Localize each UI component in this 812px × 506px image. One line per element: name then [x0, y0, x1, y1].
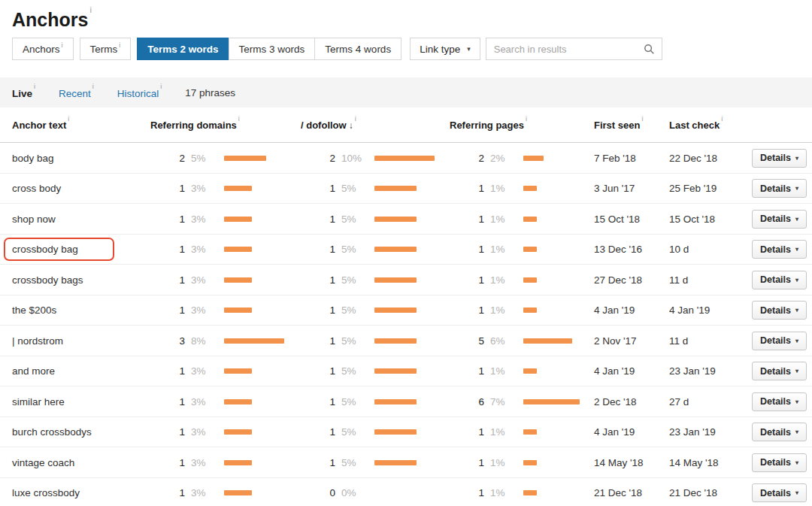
referring-domains-percent: 3%: [191, 183, 218, 194]
chevron-down-icon: ▾: [795, 246, 798, 253]
anchor-cell: the $200s: [0, 305, 138, 316]
details-label: Details: [760, 305, 791, 316]
details-button[interactable]: Details▾: [752, 453, 807, 472]
tab-terms[interactable]: Termsi: [80, 38, 132, 60]
percent-bar: [523, 156, 544, 161]
mode-historical[interactable]: Historicali: [117, 86, 162, 99]
percent-bar: [224, 156, 266, 161]
column-header-anchor-text[interactable]: Anchor texti: [0, 119, 138, 131]
search-icon[interactable]: [638, 38, 662, 59]
referring-pages-count: 1: [450, 244, 484, 255]
referring-domains-cell: 13%: [138, 183, 289, 194]
info-icon: i: [238, 115, 240, 123]
dofollow-percent: 5%: [341, 274, 368, 286]
percent-bar: [523, 277, 537, 283]
anchor-cell: crossbody bag: [0, 238, 138, 261]
column-header-referring-domains[interactable]: Referring domainsi: [138, 119, 289, 131]
last-check-value: 22 Dec '18: [657, 153, 740, 164]
details-button[interactable]: Details▾: [752, 179, 807, 198]
referring-pages-percent: 2%: [490, 153, 517, 164]
dofollow-cell: 15%: [289, 274, 438, 286]
dofollow-percent: 5%: [341, 214, 368, 225]
first-seen-value: 3 Jun '17: [582, 183, 657, 194]
search-input[interactable]: [486, 38, 638, 59]
percent-bar: [374, 399, 417, 404]
referring-pages-count: 5: [450, 335, 484, 347]
referring-domains-count: 1: [150, 214, 185, 225]
percent-bar: [374, 338, 417, 344]
anchor-text: and more: [12, 365, 55, 377]
tab-label: Terms 4 words: [325, 44, 391, 55]
column-header-dofollow[interactable]: / dofollow↓i: [289, 119, 438, 131]
details-label: Details: [760, 335, 791, 346]
report-toolbar: AnchorsiTermsiTerms 2 wordsTerms 3 words…: [12, 38, 800, 60]
first-seen-value: 4 Jan '19: [582, 426, 657, 438]
anchor-cell: similar here: [0, 396, 138, 408]
anchor-text: burch crossbodys: [12, 426, 92, 438]
dofollow-count: 1: [301, 183, 335, 194]
column-header-referring-pages[interactable]: Referring pagesi: [438, 119, 582, 131]
dofollow-cell: 210%: [289, 153, 438, 164]
dofollow-count: 1: [301, 335, 335, 347]
details-button[interactable]: Details▾: [752, 392, 807, 411]
dofollow-percent: 5%: [341, 335, 368, 347]
last-check-value: 11 d: [657, 335, 740, 347]
chevron-down-icon: ▾: [795, 277, 798, 283]
details-label: Details: [760, 366, 791, 377]
referring-domains-count: 1: [150, 305, 185, 316]
last-check-value: 15 Oct '18: [657, 214, 740, 225]
referring-domains-percent: 3%: [191, 274, 218, 286]
column-header-last-check[interactable]: Last checki: [657, 119, 740, 131]
filter-bar: LiveiRecentiHistoricali 17 phrases: [0, 77, 812, 108]
last-check-value: 14 May '18: [657, 457, 740, 468]
details-label: Details: [760, 488, 791, 498]
info-icon: i: [92, 83, 94, 90]
mode-label: Historical: [117, 88, 159, 99]
tab-terms-3-words[interactable]: Terms 3 words: [229, 38, 316, 60]
info-icon: i: [68, 115, 69, 123]
dofollow-percent: 5%: [341, 183, 368, 194]
referring-domains-percent: 3%: [191, 305, 218, 316]
last-check-value: 27 d: [657, 396, 740, 408]
referring-domains-count: 1: [150, 365, 185, 377]
details-button[interactable]: Details▾: [752, 240, 807, 259]
chevron-down-icon: ▾: [795, 185, 798, 192]
details-button[interactable]: Details▾: [752, 332, 807, 350]
details-label: Details: [760, 274, 791, 285]
details-button[interactable]: Details▾: [752, 301, 807, 320]
referring-domains-cell: 13%: [138, 487, 289, 498]
dofollow-count: 1: [301, 305, 335, 316]
mode-live[interactable]: Livei: [12, 86, 35, 99]
details-button[interactable]: Details▾: [752, 149, 807, 168]
link-type-dropdown[interactable]: Link type ▾: [410, 38, 480, 60]
referring-domains-count: 1: [150, 487, 185, 498]
anchor-text: luxe crossbody: [12, 487, 80, 498]
referring-pages-count: 2: [450, 153, 484, 164]
dofollow-count: 1: [301, 396, 335, 408]
details-label: Details: [760, 396, 791, 407]
referring-domains-percent: 3%: [191, 244, 218, 255]
last-check-value: 23 Jan '19: [657, 365, 740, 377]
table-row: burch crossbodys13%15%11%4 Jan '1923 Jan…: [0, 417, 812, 448]
info-icon: i: [641, 115, 643, 123]
tab-terms-2-words[interactable]: Terms 2 words: [137, 38, 229, 60]
referring-pages-cell: 22%: [438, 153, 582, 164]
details-button[interactable]: Details▾: [752, 210, 807, 229]
percent-bar: [374, 217, 417, 222]
percent-bar: [523, 186, 537, 191]
tab-anchors[interactable]: Anchorsi: [12, 38, 74, 60]
last-check-value: 11 d: [657, 274, 740, 286]
details-button[interactable]: Details▾: [752, 362, 807, 380]
details-button[interactable]: Details▾: [752, 271, 807, 289]
referring-domains-count: 1: [150, 426, 185, 438]
mode-recent[interactable]: Recenti: [59, 86, 94, 99]
anchor-cell: crossbody bags: [0, 274, 138, 286]
first-seen-value: 2 Dec '18: [582, 396, 657, 408]
column-header-first-seen[interactable]: First seeni: [582, 119, 657, 131]
details-button[interactable]: Details▾: [752, 423, 807, 441]
tab-terms-4-words[interactable]: Terms 4 words: [314, 38, 401, 60]
referring-pages-count: 1: [450, 365, 484, 377]
referring-domains-cell: 13%: [138, 244, 289, 255]
actions-cell: Details▾: [740, 392, 812, 411]
details-button[interactable]: Details▾: [752, 483, 807, 502]
